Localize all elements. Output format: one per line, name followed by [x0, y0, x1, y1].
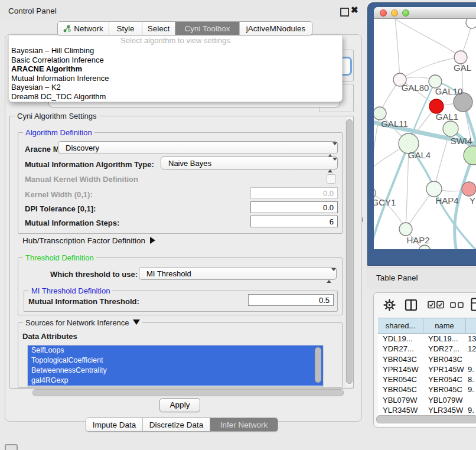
tab-impute-data[interactable]: Impute Data: [86, 418, 143, 431]
gear-icon[interactable]: [383, 299, 396, 311]
network-node[interactable]: [466, 19, 476, 28]
deselect-all-icon[interactable]: [450, 302, 464, 308]
cyni-settings-title: Cyni Algorithm Settings: [15, 112, 99, 120]
control-panel-tabbar: Network Style Select Cyni Toolbox jActiv…: [57, 21, 312, 35]
data-attribute-item[interactable]: TopologicalCoefficient: [28, 356, 323, 366]
dpi-tolerance-input[interactable]: 0.0: [250, 201, 338, 213]
network-window[interactable]: GALGAL80GAL10GAL1GAL11SWI4GAL4HAP4YGCY1H…: [374, 7, 476, 249]
network-node-swi4[interactable]: [443, 121, 458, 136]
bottom-left-panel-button[interactable]: [5, 444, 18, 450]
algorithm-popup-header: Select algorithm to view settings: [9, 35, 342, 46]
table-row[interactable]: YDL19...YDL19...13: [378, 334, 476, 344]
data-attribute-item[interactable]: BetweennessCentrality: [28, 366, 323, 376]
tab-style-label: Style: [116, 24, 134, 33]
bottom-tabbar: Impute Data Discretize Data Infer Networ…: [86, 418, 278, 432]
close-panel-icon[interactable]: ✖: [351, 5, 358, 15]
mi-algorithm-type-select[interactable]: Naive Bayes: [161, 156, 338, 169]
node-label: GCY1: [374, 197, 396, 207]
table-row[interactable]: YER054CYER054C8.: [378, 374, 476, 384]
mi-steps-input[interactable]: 6: [250, 216, 338, 227]
stepper-icon: [328, 144, 333, 153]
expand-right-icon: [150, 237, 155, 244]
table-row[interactable]: YDR27...YDR27...12: [378, 344, 476, 354]
algorithm-option[interactable]: Dream8 DC_TDC Algorithm: [9, 92, 342, 102]
list-scrollbar[interactable]: [315, 347, 321, 383]
tab-infer-network-label: Infer Network: [220, 420, 268, 429]
tab-cyni-toolbox[interactable]: Cyni Toolbox: [175, 22, 240, 35]
table-icon[interactable]: [471, 298, 476, 312]
network-graph: GALGAL80GAL10GAL1GAL11SWI4GAL4HAP4YGCY1H…: [374, 19, 476, 249]
algorithm-popup-options: Bayesian – Hill ClimbingBasic Correlatio…: [9, 46, 342, 102]
network-canvas[interactable]: GALGAL80GAL10GAL1GAL11SWI4GAL4HAP4YGCY1H…: [374, 19, 476, 249]
aracne-mode-select[interactable]: Discovery: [58, 141, 338, 154]
tab-style[interactable]: Style: [109, 22, 142, 35]
column-header[interactable]: shared...: [378, 318, 423, 333]
mi-steps-label: Mutual Information Steps:: [25, 219, 119, 227]
table-body: YDL19...YDL19...13YDR27...YDR27...12YBR0…: [378, 334, 476, 426]
select-all-icon[interactable]: [428, 301, 444, 309]
tab-discretize-data[interactable]: Discretize Data: [143, 418, 210, 431]
which-threshold-select[interactable]: MI Threshold: [139, 267, 337, 280]
table-row[interactable]: YPR145WYPR145W9.: [378, 364, 476, 374]
network-node-hap4[interactable]: [426, 181, 442, 197]
data-attribute-item[interactable]: gal4RGexp: [28, 376, 323, 386]
column-header[interactable]: [466, 318, 476, 333]
algorithm-option[interactable]: Basic Correlation Inference: [9, 56, 342, 65]
algorithm-option[interactable]: Bayesian – K2: [9, 83, 342, 92]
window-close-icon[interactable]: [380, 9, 387, 17]
algorithm-option[interactable]: Bayesian – Hill Climbing: [9, 46, 342, 56]
tab-network[interactable]: Network: [58, 22, 109, 35]
algorithm-option[interactable]: ARACNE Algorithm: [9, 64, 342, 74]
mi-threshold-input[interactable]: 0.5: [248, 294, 334, 306]
columns-icon[interactable]: [405, 299, 418, 311]
window-zoom-icon[interactable]: [402, 9, 409, 17]
column-header[interactable]: name: [423, 318, 466, 333]
network-node[interactable]: [464, 146, 476, 165]
network-node-hap2[interactable]: [399, 223, 412, 236]
data-attribute-item[interactable]: SelfLoops: [28, 345, 323, 356]
table-row[interactable]: YLR345WYLR345W9.: [378, 405, 476, 415]
tab-impute-data-label: Impute Data: [93, 420, 136, 429]
table-row[interactable]: YBR045CYBR045C9.: [378, 384, 476, 394]
table-cell: YDL19...: [423, 334, 466, 344]
table-row[interactable]: YBL079WYBL079W: [378, 395, 476, 405]
network-node[interactable]: [419, 245, 431, 249]
tab-select[interactable]: Select: [142, 22, 175, 35]
node-label: GAL80: [402, 83, 429, 93]
vertical-scrollbar-thumb[interactable]: [346, 119, 353, 384]
tab-infer-network[interactable]: Infer Network: [210, 418, 278, 431]
tab-discretize-data-label: Discretize Data: [149, 420, 204, 429]
threshold-definition-title: Threshold Definition: [23, 253, 96, 262]
algorithm-option[interactable]: Mutual Information Inference: [9, 74, 342, 83]
hub-section-toggle[interactable]: Hub/Transcription Factor Definition: [22, 236, 155, 245]
network-node-gal[interactable]: [454, 51, 467, 64]
table-row[interactable]: YBR043CYBR043C: [378, 354, 476, 364]
data-attributes-items: SelfLoopsTopologicalCoefficientBetweenne…: [28, 345, 323, 386]
settings-vertical-scrollbar[interactable]: [345, 117, 353, 386]
tab-network-label: Network: [74, 24, 103, 33]
dpi-tolerance-label: DPI Tolerance [0,1]:: [25, 204, 96, 213]
manual-kernel-checkbox[interactable]: [327, 174, 336, 184]
mi-threshold-label: Mutual Information Threshold:: [28, 297, 139, 306]
aracne-mode-value: Discovery: [66, 144, 99, 152]
mi-type-label: Mutual Information Algorithm Type:: [25, 160, 154, 169]
table-panel: shared...name YDL19...YDL19...13YDR27...…: [373, 292, 476, 428]
float-panel-icon[interactable]: [340, 8, 349, 17]
window-minimize-icon[interactable]: [391, 9, 398, 17]
node-label: HAP2: [406, 235, 429, 245]
network-window-titlebar[interactable]: [374, 7, 476, 19]
sources-group-title[interactable]: Sources for Network Inference: [23, 318, 142, 327]
table-cell: YPR145W: [378, 364, 423, 374]
network-node-y[interactable]: [462, 182, 476, 196]
data-attributes-list[interactable]: SelfLoopsTopologicalCoefficientBetweenne…: [27, 345, 324, 387]
node-label: Y: [470, 195, 475, 206]
settings-horizontal-scrollbar[interactable]: [32, 389, 344, 396]
kernel-width-input[interactable]: 0.0: [250, 187, 338, 199]
table-cell: YBL079W: [423, 395, 466, 405]
apply-button[interactable]: Apply: [159, 398, 200, 412]
sources-group-title-text: Sources for Network Inference: [25, 318, 129, 327]
table-cell: YER054C: [423, 374, 466, 384]
table-horizontal-scrollbar[interactable]: [376, 415, 476, 423]
tab-jactivemnodules[interactable]: jActiveMNodules: [240, 22, 312, 35]
network-node-gal11[interactable]: [374, 107, 386, 120]
